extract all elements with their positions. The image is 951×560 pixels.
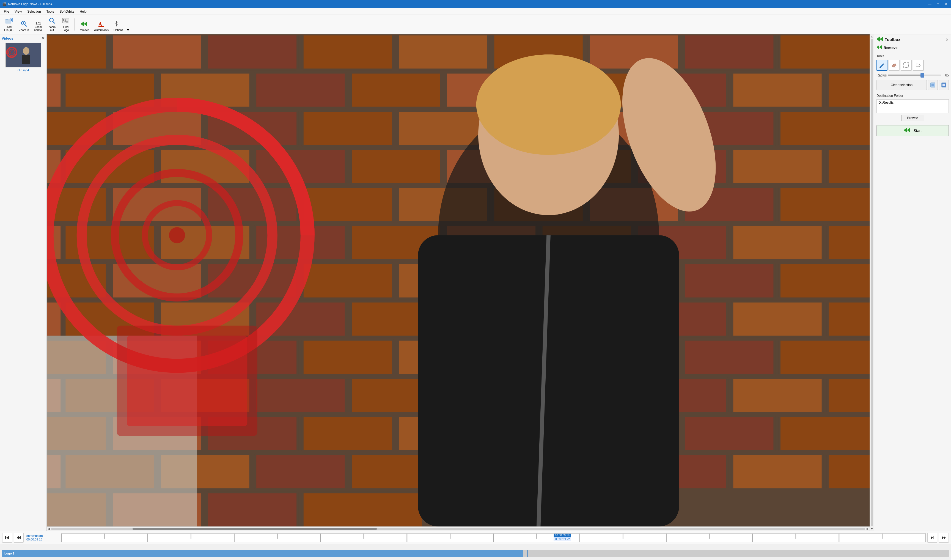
- remove-button[interactable]: Remove: [77, 20, 91, 33]
- scroll-left-arrow[interactable]: ◀: [47, 527, 51, 531]
- svg-rect-45: [351, 72, 441, 108]
- title-left: 🎬 Remove Logo Now! - Girl.mp4: [2, 2, 52, 6]
- timeline-ruler[interactable]: 00:00:09 18 00:00:09 22: [61, 533, 926, 542]
- menu-bar: File View Selection Tools SoftOrbits Hel…: [0, 8, 951, 15]
- zoom-in-label: Zoom in: [19, 29, 29, 32]
- svg-rect-148: [207, 492, 298, 526]
- skip-to-start-button[interactable]: [2, 533, 12, 543]
- svg-rect-49: [732, 72, 823, 108]
- menu-tools[interactable]: Tools: [44, 9, 57, 14]
- logo-track-bar[interactable]: Logo 1: [2, 550, 523, 557]
- scroll-track-v[interactable]: [871, 39, 873, 526]
- maximize-button[interactable]: □: [935, 2, 940, 6]
- clear-selection-button[interactable]: Clear selection: [877, 80, 927, 90]
- toolbar-overflow[interactable]: ▼: [126, 28, 130, 32]
- svg-marker-167: [879, 45, 882, 49]
- menu-softorbits[interactable]: SoftOrbits: [57, 9, 77, 14]
- svg-line-168: [879, 67, 880, 68]
- find-logo-button[interactable]: Find Logo: [59, 17, 72, 33]
- browse-button[interactable]: Browse: [901, 115, 924, 121]
- lasso-tool-button[interactable]: [913, 60, 924, 71]
- select-all-button[interactable]: [928, 80, 938, 90]
- options-button[interactable]: Options: [112, 19, 125, 33]
- skip-to-end-button[interactable]: [927, 533, 937, 543]
- close-button[interactable]: ✕: [943, 2, 949, 6]
- svg-rect-116: [779, 340, 869, 375]
- toolbox-title: Toolbox: [885, 37, 900, 42]
- vertical-scrollbar[interactable]: ▲ ▼: [869, 34, 874, 531]
- video-thumbnail[interactable]: [6, 43, 41, 68]
- toolbox-close[interactable]: ✕: [945, 37, 949, 42]
- horizontal-scrollbar[interactable]: ◀ ▶: [47, 526, 869, 531]
- svg-rect-15: [66, 21, 68, 23]
- video-filename[interactable]: Girl.mp4: [2, 68, 45, 72]
- radius-slider[interactable]: [888, 75, 941, 76]
- start-label: Start: [914, 128, 922, 133]
- logo-track[interactable]: Logo 1: [2, 550, 949, 557]
- preview-area[interactable]: ▲ ▼ ◀ ▶: [47, 34, 874, 531]
- remove-section-label: Remove: [883, 46, 898, 50]
- add-files-button[interactable]: Add File(s)...: [2, 17, 16, 33]
- scroll-up-arrow[interactable]: ▲: [870, 34, 874, 38]
- toolbox-title-row: Toolbox: [877, 37, 900, 42]
- menu-view[interactable]: View: [12, 9, 25, 14]
- svg-rect-139: [255, 454, 346, 489]
- svg-marker-164: [877, 37, 880, 42]
- options-icon: [115, 20, 122, 28]
- scroll-down-arrow[interactable]: ▼: [870, 527, 874, 531]
- svg-rect-107: [828, 302, 869, 337]
- svg-rect-98: [47, 302, 62, 337]
- destination-folder-input[interactable]: D:\Results: [877, 99, 949, 113]
- svg-rect-163: [127, 335, 247, 426]
- videos-panel-header: Videos ✕: [2, 36, 45, 40]
- svg-rect-175: [942, 84, 945, 86]
- clear-row: Clear selection: [877, 80, 949, 90]
- menu-help[interactable]: Help: [77, 9, 89, 14]
- playhead-line: [528, 550, 528, 557]
- step-back-button[interactable]: [14, 533, 24, 543]
- svg-rect-44: [255, 72, 346, 108]
- add-files-label: Add File(s)...: [4, 26, 14, 32]
- scroll-thumb-h[interactable]: [132, 528, 377, 530]
- videos-panel-close[interactable]: ✕: [42, 36, 45, 40]
- fast-forward-button[interactable]: [939, 533, 949, 543]
- menu-file[interactable]: File: [1, 9, 12, 14]
- svg-rect-64: [351, 149, 441, 184]
- invert-selection-button[interactable]: [939, 80, 949, 90]
- add-files-icon: [5, 18, 13, 25]
- start-button[interactable]: Start: [877, 125, 949, 136]
- videos-panel: Videos ✕: [0, 34, 47, 531]
- svg-rect-125: [732, 378, 823, 413]
- preview-canvas: [47, 34, 869, 526]
- watermarks-button[interactable]: A Watermarks: [92, 20, 111, 33]
- rect-select-tool-button[interactable]: [901, 60, 912, 71]
- menu-selection[interactable]: Selection: [25, 9, 43, 14]
- window-title: Remove Logo Now! - Girl.mp4: [8, 2, 52, 6]
- zoom-out-label: Zoom out: [48, 26, 55, 32]
- main-area: Videos ✕: [0, 34, 951, 531]
- svg-marker-206: [944, 536, 946, 539]
- toolbox-header: Toolbox ✕: [877, 37, 949, 42]
- radius-thumb[interactable]: [920, 73, 924, 78]
- remove-icon: [80, 21, 88, 28]
- scroll-track-h[interactable]: [51, 528, 865, 530]
- eraser-tool-button[interactable]: [889, 60, 900, 71]
- start-arrow-icon: [904, 127, 911, 134]
- zoom-in-button[interactable]: Zoom in: [17, 19, 31, 33]
- scroll-right-arrow[interactable]: ▶: [866, 527, 869, 531]
- remove-section-icon: [877, 45, 882, 50]
- svg-rect-135: [779, 416, 869, 451]
- radius-label: Radius: [877, 74, 886, 77]
- bottom-area: 00:00:00 00 00:00:09 18: [0, 531, 951, 560]
- pencil-tool-button[interactable]: [877, 60, 888, 71]
- zoom-normal-button[interactable]: 1:1 Zoom normal: [32, 20, 45, 33]
- playhead-indicator: 00:00:09 18 00:00:09 22: [554, 534, 571, 541]
- svg-rect-144: [732, 454, 823, 489]
- svg-rect-78: [779, 187, 869, 222]
- end-controls: [927, 533, 949, 543]
- minimize-button[interactable]: —: [926, 2, 933, 6]
- title-bar: 🎬 Remove Logo Now! - Girl.mp4 — □ ✕: [0, 0, 951, 8]
- zoom-out-button[interactable]: Zoom out: [46, 16, 58, 33]
- svg-rect-106: [732, 302, 823, 337]
- svg-rect-88: [828, 225, 869, 260]
